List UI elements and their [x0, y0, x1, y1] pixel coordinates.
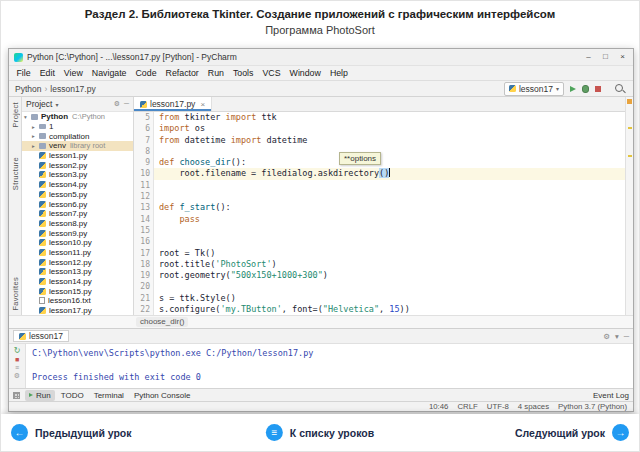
toolwindow-button-todo[interactable]: TODO	[57, 390, 88, 401]
project-tree-item-lesson6-py[interactable]: lesson6.py	[22, 199, 133, 209]
code-line-16[interactable]	[154, 236, 625, 247]
line-number[interactable]: 20	[134, 281, 150, 292]
code-line-12[interactable]	[154, 191, 625, 202]
code-line-8[interactable]	[154, 146, 625, 157]
code-line-5[interactable]: from tkinter import ttk	[154, 112, 625, 123]
rerun-icon[interactable]: ↻	[14, 346, 21, 355]
editor-breadcrumb[interactable]: choose_dir()	[136, 317, 188, 327]
menu-window[interactable]: Window	[285, 68, 325, 78]
code-line-13[interactable]: def f_start():	[154, 202, 625, 213]
code-line-9[interactable]: def choose_dir():	[154, 157, 625, 168]
line-number[interactable]: 8	[134, 146, 150, 157]
code-line-19[interactable]: root.geometry("500x150+1000+300")	[154, 270, 625, 281]
code-line-11[interactable]	[154, 180, 625, 191]
run-button[interactable]	[570, 86, 576, 92]
lesson-list-button[interactable]: ≡ К списку уроков	[266, 424, 374, 441]
toolwindow-switcher-icon[interactable]	[13, 392, 20, 399]
code-line-15[interactable]	[154, 225, 625, 236]
code-line-17[interactable]: root = Tk()	[154, 248, 625, 259]
project-tree-item-lesson11-py[interactable]: lesson11.py	[22, 248, 133, 258]
menu-edit[interactable]: Edit	[35, 68, 59, 78]
error-stripe[interactable]	[625, 97, 633, 315]
line-number[interactable]: 12	[134, 191, 150, 202]
status-item[interactable]: Python 3.7 (Python)	[558, 402, 627, 411]
line-number[interactable]: 19	[134, 270, 150, 281]
stop-icon[interactable]: ■	[15, 356, 19, 363]
event-log-button[interactable]: Event Log	[593, 391, 629, 400]
toolwindow-button-terminal[interactable]: Terminal	[90, 390, 128, 401]
project-tree-item-lesson2-py[interactable]: lesson2.py	[22, 160, 133, 170]
line-number[interactable]: 11	[134, 180, 150, 191]
editor-tab-lesson17[interactable]: lesson17.py ×	[134, 97, 212, 111]
code-line-7[interactable]: from datetime import datetime	[154, 135, 625, 146]
line-number[interactable]: 18	[134, 259, 150, 270]
tool-button-structure[interactable]: Structure	[11, 157, 20, 190]
next-lesson-button[interactable]: Следующий урок →	[515, 424, 629, 441]
breadcrumb-item[interactable]: Python	[15, 84, 41, 94]
code-line-10[interactable]: root.filename = filedialog.askdirectory(…	[154, 168, 625, 179]
project-tree-item-python[interactable]: ▾PythonC:\Python	[22, 112, 133, 122]
line-number[interactable]: 14	[134, 214, 150, 225]
warning-mark[interactable]	[628, 127, 632, 129]
expand-arrow-icon[interactable]: ▸	[32, 133, 39, 139]
project-tree-item-lesson10-py[interactable]: lesson10.py	[22, 238, 133, 248]
code-line-6[interactable]: import os	[154, 123, 625, 134]
collapse-all-icon[interactable]: ─	[124, 100, 129, 108]
console-settings-icon[interactable]: ⚙	[14, 372, 20, 380]
menu-run[interactable]: Run	[203, 68, 228, 78]
code-line-18[interactable]: root.title('PhotoSort')	[154, 259, 625, 270]
warning-mark[interactable]	[628, 155, 632, 157]
close-tab-icon[interactable]: ×	[200, 100, 205, 109]
maximize-button[interactable]: □	[597, 49, 614, 65]
project-tree-item-lesson14-py[interactable]: lesson14.py	[22, 277, 133, 287]
expand-arrow-icon[interactable]: ▸	[32, 124, 39, 130]
gear-icon[interactable]: ⚙	[114, 100, 120, 108]
project-tree-item-lesson7-py[interactable]: lesson7.py	[22, 209, 133, 219]
menu-tools[interactable]: Tools	[228, 68, 258, 78]
chevron-down-icon[interactable]: ▾	[55, 101, 58, 108]
project-tree-item-lesson15-py[interactable]: lesson15.py	[22, 286, 133, 296]
project-tree-item-lesson16-txt[interactable]: lesson16.txt	[22, 296, 133, 306]
project-tree-item-lesson9-py[interactable]: lesson9.py	[22, 228, 133, 238]
project-tree-item-lesson1-py[interactable]: lesson1.py	[22, 151, 133, 161]
search-everywhere-icon[interactable]	[615, 84, 623, 92]
breadcrumb-item[interactable]: lesson17.py	[50, 84, 95, 94]
line-number[interactable]: 16	[134, 236, 150, 247]
line-number-gutter[interactable]: 5678910111213141516171819202122	[134, 112, 154, 315]
line-number[interactable]: 22	[134, 304, 150, 315]
status-item[interactable]: 4 spaces	[518, 402, 549, 411]
menu-vcs[interactable]: VCS	[258, 68, 285, 78]
project-panel-title[interactable]: Project	[26, 99, 52, 109]
collapse-icon[interactable]: ▾	[615, 332, 619, 341]
hide-panel-icon[interactable]: ─	[624, 332, 629, 341]
line-number[interactable]: 7	[134, 135, 150, 146]
gear-icon[interactable]: ⚙	[603, 332, 610, 341]
project-tree-item-lesson17-py[interactable]: lesson17.py	[22, 306, 133, 315]
line-number[interactable]: 21	[134, 293, 150, 304]
line-number[interactable]: 17	[134, 248, 150, 259]
project-tree-item-lesson4-py[interactable]: lesson4.py	[22, 180, 133, 190]
status-item[interactable]: CRLF	[457, 402, 477, 411]
code-area[interactable]: 5678910111213141516171819202122 from tki…	[134, 112, 625, 315]
line-number[interactable]: 6	[134, 123, 150, 134]
line-number[interactable]: 13	[134, 202, 150, 213]
code-line-14[interactable]: pass	[154, 214, 625, 225]
menu-view[interactable]: View	[59, 68, 87, 78]
project-tree-item-lesson12-py[interactable]: lesson12.py	[22, 257, 133, 267]
toolwindow-button-run[interactable]: Run	[25, 390, 55, 401]
project-tree-item-lesson5-py[interactable]: lesson5.py	[22, 190, 133, 200]
menu-refactor[interactable]: Refactor	[161, 68, 203, 78]
status-item[interactable]: UTF-8	[487, 402, 509, 411]
console-menu-icon[interactable]: ≡	[15, 364, 19, 371]
run-config-select[interactable]: lesson17 ▾	[504, 82, 564, 96]
code-line-21[interactable]: s = ttk.Style()	[154, 293, 625, 304]
project-tree-item-lesson3-py[interactable]: lesson3.py	[22, 170, 133, 180]
project-tree-item-lesson13-py[interactable]: lesson13.py	[22, 267, 133, 277]
menu-help[interactable]: Help	[325, 68, 352, 78]
minimize-button[interactable]: –	[580, 49, 597, 65]
menu-file[interactable]: File	[12, 68, 35, 78]
menu-code[interactable]: Code	[131, 68, 161, 78]
line-number[interactable]: 15	[134, 225, 150, 236]
line-number[interactable]: 10	[134, 168, 150, 179]
project-tree-item-1[interactable]: ▸1	[22, 122, 133, 132]
